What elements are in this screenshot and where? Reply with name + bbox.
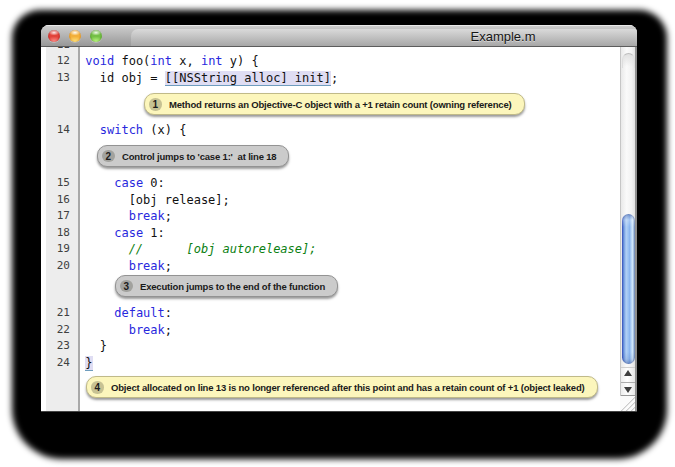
window: Example.m 1112void foo(int x, int y) {13… [41, 25, 637, 412]
keyword-token: int [150, 54, 172, 68]
plain-token: } [85, 339, 107, 353]
code-line-12: 12void foo(int x, int y) { [41, 53, 620, 70]
bubble-text: Execution jumps to the end of the functi… [140, 281, 325, 292]
keyword-token: int [201, 54, 223, 68]
keyword-token: break [129, 259, 165, 273]
keyword-token: case [114, 176, 143, 190]
analyzer-bubble-2: 2Control jumps to 'case 1:' at line 18 [97, 145, 289, 167]
code-text: break; [85, 322, 172, 339]
line-number: 12 [46, 53, 70, 70]
plain-token: 0: [143, 176, 165, 190]
code-text: break; [85, 258, 172, 275]
line-number: 16 [46, 192, 70, 209]
code-line-13: 13 id obj = [[NSString alloc] init]; [41, 70, 620, 87]
code-scroll-content: 1112void foo(int x, int y) {13 id obj = … [41, 47, 620, 404]
line-number: 14 [46, 122, 70, 139]
code-line-15: 15 case 0: [41, 175, 620, 192]
bubble-text: Control jumps to 'case 1:' at line 18 [122, 151, 276, 162]
plain-token [85, 123, 99, 137]
plain-token [85, 323, 128, 337]
path-index-badge: 4 [91, 381, 104, 394]
plain-token: x, [172, 54, 201, 68]
bubble-row-2: 2Control jumps to 'case 1:' at line 18 [97, 145, 620, 167]
plain-token: ; [331, 71, 338, 85]
path-index-badge: 2 [102, 150, 115, 163]
code-text: [obj release]; [85, 192, 230, 209]
code-text: id obj = [[NSString alloc] init]; [85, 70, 338, 87]
scrollbar-track-arc [622, 53, 635, 68]
zoom-button[interactable] [90, 30, 102, 42]
desktop: { "window": { "title": "Example.m", "con… [0, 0, 675, 467]
resize-grip-lines-icon [620, 396, 635, 412]
plain-token: ; [165, 323, 172, 337]
bubble-text: Object allocated on line 13 is no longer… [111, 382, 585, 393]
path-index-badge: 1 [149, 98, 162, 111]
highlighted-range: } [85, 356, 92, 371]
scrollbar-thumb[interactable] [622, 214, 635, 364]
close-button[interactable] [48, 30, 60, 42]
keyword-token: case [114, 226, 143, 240]
code-line-18: 18 case 1: [41, 225, 620, 242]
code-line-21: 21 default: [41, 305, 620, 322]
code-line-16: 16 [obj release]; [41, 192, 620, 209]
line-number: 19 [46, 241, 70, 258]
scrollbar-button-divider [621, 382, 635, 383]
line-number: 22 [46, 322, 70, 339]
scroll-down-arrow-icon[interactable] [624, 387, 632, 393]
code-text: case 1: [85, 225, 165, 242]
code-line-20: 20 break; [41, 258, 620, 275]
line-number: 17 [46, 208, 70, 225]
code-text: default: [85, 305, 172, 322]
vertical-scrollbar[interactable] [620, 47, 637, 396]
line-number: 24 [46, 355, 70, 372]
plain-token: y) { [223, 54, 259, 68]
code-line-22: 22 break; [41, 322, 620, 339]
plain-token [85, 226, 114, 240]
analyzer-bubble-3: 3Execution jumps to the end of the funct… [115, 275, 338, 297]
line-number: 13 [46, 70, 70, 87]
resize-grip[interactable] [620, 396, 637, 412]
line-number: 23 [46, 338, 70, 355]
window-bottom-edge [41, 411, 637, 412]
plain-token: foo( [114, 54, 150, 68]
titlebar[interactable]: Example.m [41, 25, 637, 47]
line-number: 18 [46, 225, 70, 242]
highlighted-range: [[NSString alloc] init] [165, 71, 331, 86]
plain-token [85, 306, 114, 320]
line-number: 15 [46, 175, 70, 192]
plain-token: [obj release]; [85, 193, 230, 207]
code-line-24: 24} [41, 355, 620, 372]
code-text: switch (x) { [85, 122, 186, 139]
analyzer-bubble-4: 4Object allocated on line 13 is no longe… [86, 376, 598, 398]
code-view: 1112void foo(int x, int y) {13 id obj = … [41, 47, 637, 412]
plain-token [85, 259, 128, 273]
keyword-token: default [114, 306, 165, 320]
plain-token [85, 209, 128, 223]
comment-token: // [obj autorelease]; [85, 242, 316, 256]
bubble-row-1: 1Method returns an Objective-C object wi… [144, 93, 620, 115]
plain-token: ; [165, 259, 172, 273]
bubble-row-4: 4Object allocated on line 13 is no longe… [86, 376, 620, 398]
plain-token: id obj = [85, 71, 164, 85]
window-title: Example.m [403, 25, 603, 47]
line-number: 20 [46, 258, 70, 275]
scroll-up-arrow-icon[interactable] [624, 370, 632, 376]
analyzer-bubble-1: 1Method returns an Objective-C object wi… [144, 93, 525, 115]
minimize-button[interactable] [69, 30, 81, 42]
plain-token: 1: [143, 226, 165, 240]
code-line-14: 14 switch (x) { [41, 122, 620, 139]
code-line-23: 23 } [41, 338, 620, 355]
plain-token: ; [165, 209, 172, 223]
plain-token: : [165, 306, 172, 320]
code-text: case 0: [85, 175, 165, 192]
code-text: void foo(int x, int y) { [85, 53, 258, 70]
plain-token [85, 176, 114, 190]
code-text: } [85, 355, 92, 372]
code-text: break; [85, 208, 172, 225]
plain-token: (x) { [143, 123, 186, 137]
scrollbar-buttons [621, 367, 635, 396]
code-line-19: 19 // [obj autorelease]; [41, 241, 620, 258]
keyword-token: void [85, 54, 114, 68]
code-text: } [85, 338, 107, 355]
code-text: // [obj autorelease]; [85, 241, 316, 258]
